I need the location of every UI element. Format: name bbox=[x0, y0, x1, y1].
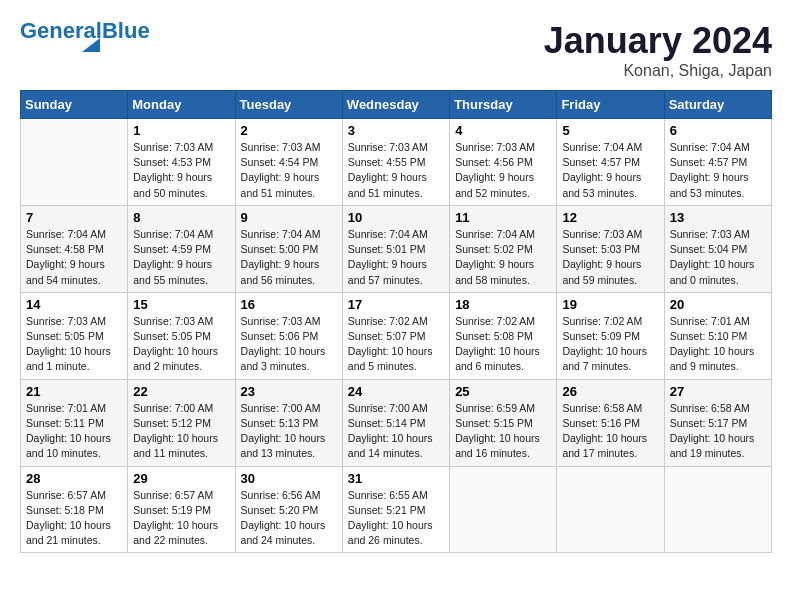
calendar-cell: 15Sunrise: 7:03 AM Sunset: 5:05 PM Dayli… bbox=[128, 292, 235, 379]
calendar-cell: 30Sunrise: 6:56 AM Sunset: 5:20 PM Dayli… bbox=[235, 466, 342, 553]
calendar-cell: 23Sunrise: 7:00 AM Sunset: 5:13 PM Dayli… bbox=[235, 379, 342, 466]
cell-content: Sunrise: 7:02 AM Sunset: 5:09 PM Dayligh… bbox=[562, 314, 658, 375]
calendar-cell: 6Sunrise: 7:04 AM Sunset: 4:57 PM Daylig… bbox=[664, 119, 771, 206]
weekday-header: Thursday bbox=[450, 91, 557, 119]
day-number: 16 bbox=[241, 297, 337, 312]
calendar-cell: 31Sunrise: 6:55 AM Sunset: 5:21 PM Dayli… bbox=[342, 466, 449, 553]
weekday-header: Tuesday bbox=[235, 91, 342, 119]
day-number: 21 bbox=[26, 384, 122, 399]
calendar-cell bbox=[21, 119, 128, 206]
day-number: 7 bbox=[26, 210, 122, 225]
calendar-cell: 4Sunrise: 7:03 AM Sunset: 4:56 PM Daylig… bbox=[450, 119, 557, 206]
cell-content: Sunrise: 7:02 AM Sunset: 5:08 PM Dayligh… bbox=[455, 314, 551, 375]
day-number: 13 bbox=[670, 210, 766, 225]
day-number: 12 bbox=[562, 210, 658, 225]
day-number: 5 bbox=[562, 123, 658, 138]
day-number: 25 bbox=[455, 384, 551, 399]
cell-content: Sunrise: 7:04 AM Sunset: 4:58 PM Dayligh… bbox=[26, 227, 122, 288]
cell-content: Sunrise: 6:55 AM Sunset: 5:21 PM Dayligh… bbox=[348, 488, 444, 549]
calendar-cell: 10Sunrise: 7:04 AM Sunset: 5:01 PM Dayli… bbox=[342, 205, 449, 292]
calendar-week-row: 21Sunrise: 7:01 AM Sunset: 5:11 PM Dayli… bbox=[21, 379, 772, 466]
calendar-cell: 7Sunrise: 7:04 AM Sunset: 4:58 PM Daylig… bbox=[21, 205, 128, 292]
cell-content: Sunrise: 6:58 AM Sunset: 5:17 PM Dayligh… bbox=[670, 401, 766, 462]
calendar-week-row: 1Sunrise: 7:03 AM Sunset: 4:53 PM Daylig… bbox=[21, 119, 772, 206]
day-number: 14 bbox=[26, 297, 122, 312]
day-number: 8 bbox=[133, 210, 229, 225]
cell-content: Sunrise: 6:57 AM Sunset: 5:19 PM Dayligh… bbox=[133, 488, 229, 549]
day-number: 27 bbox=[670, 384, 766, 399]
calendar-cell: 20Sunrise: 7:01 AM Sunset: 5:10 PM Dayli… bbox=[664, 292, 771, 379]
calendar-cell: 13Sunrise: 7:03 AM Sunset: 5:04 PM Dayli… bbox=[664, 205, 771, 292]
calendar-cell: 17Sunrise: 7:02 AM Sunset: 5:07 PM Dayli… bbox=[342, 292, 449, 379]
calendar-cell: 1Sunrise: 7:03 AM Sunset: 4:53 PM Daylig… bbox=[128, 119, 235, 206]
calendar-cell: 3Sunrise: 7:03 AM Sunset: 4:55 PM Daylig… bbox=[342, 119, 449, 206]
calendar-cell: 27Sunrise: 6:58 AM Sunset: 5:17 PM Dayli… bbox=[664, 379, 771, 466]
cell-content: Sunrise: 7:00 AM Sunset: 5:13 PM Dayligh… bbox=[241, 401, 337, 462]
calendar-table: SundayMondayTuesdayWednesdayThursdayFrid… bbox=[20, 90, 772, 553]
calendar-cell: 12Sunrise: 7:03 AM Sunset: 5:03 PM Dayli… bbox=[557, 205, 664, 292]
cell-content: Sunrise: 7:03 AM Sunset: 4:54 PM Dayligh… bbox=[241, 140, 337, 201]
day-number: 23 bbox=[241, 384, 337, 399]
cell-content: Sunrise: 6:58 AM Sunset: 5:16 PM Dayligh… bbox=[562, 401, 658, 462]
cell-content: Sunrise: 7:00 AM Sunset: 5:12 PM Dayligh… bbox=[133, 401, 229, 462]
logo: GeneralBlue bbox=[20, 20, 150, 52]
calendar-cell: 26Sunrise: 6:58 AM Sunset: 5:16 PM Dayli… bbox=[557, 379, 664, 466]
day-number: 19 bbox=[562, 297, 658, 312]
cell-content: Sunrise: 7:04 AM Sunset: 5:02 PM Dayligh… bbox=[455, 227, 551, 288]
calendar-week-row: 7Sunrise: 7:04 AM Sunset: 4:58 PM Daylig… bbox=[21, 205, 772, 292]
cell-content: Sunrise: 7:04 AM Sunset: 4:57 PM Dayligh… bbox=[670, 140, 766, 201]
day-number: 22 bbox=[133, 384, 229, 399]
cell-content: Sunrise: 7:03 AM Sunset: 5:06 PM Dayligh… bbox=[241, 314, 337, 375]
day-number: 17 bbox=[348, 297, 444, 312]
calendar-cell: 29Sunrise: 6:57 AM Sunset: 5:19 PM Dayli… bbox=[128, 466, 235, 553]
cell-content: Sunrise: 7:04 AM Sunset: 4:57 PM Dayligh… bbox=[562, 140, 658, 201]
calendar-cell: 18Sunrise: 7:02 AM Sunset: 5:08 PM Dayli… bbox=[450, 292, 557, 379]
calendar-week-row: 28Sunrise: 6:57 AM Sunset: 5:18 PM Dayli… bbox=[21, 466, 772, 553]
day-number: 18 bbox=[455, 297, 551, 312]
location: Konan, Shiga, Japan bbox=[544, 62, 772, 80]
day-number: 6 bbox=[670, 123, 766, 138]
cell-content: Sunrise: 6:59 AM Sunset: 5:15 PM Dayligh… bbox=[455, 401, 551, 462]
cell-content: Sunrise: 7:03 AM Sunset: 5:05 PM Dayligh… bbox=[26, 314, 122, 375]
cell-content: Sunrise: 7:03 AM Sunset: 4:56 PM Dayligh… bbox=[455, 140, 551, 201]
weekday-header: Monday bbox=[128, 91, 235, 119]
day-number: 10 bbox=[348, 210, 444, 225]
calendar-cell: 5Sunrise: 7:04 AM Sunset: 4:57 PM Daylig… bbox=[557, 119, 664, 206]
calendar-cell: 14Sunrise: 7:03 AM Sunset: 5:05 PM Dayli… bbox=[21, 292, 128, 379]
calendar-cell bbox=[664, 466, 771, 553]
cell-content: Sunrise: 7:01 AM Sunset: 5:10 PM Dayligh… bbox=[670, 314, 766, 375]
day-number: 31 bbox=[348, 471, 444, 486]
day-number: 3 bbox=[348, 123, 444, 138]
calendar-cell: 24Sunrise: 7:00 AM Sunset: 5:14 PM Dayli… bbox=[342, 379, 449, 466]
day-number: 26 bbox=[562, 384, 658, 399]
calendar-week-row: 14Sunrise: 7:03 AM Sunset: 5:05 PM Dayli… bbox=[21, 292, 772, 379]
cell-content: Sunrise: 7:04 AM Sunset: 4:59 PM Dayligh… bbox=[133, 227, 229, 288]
cell-content: Sunrise: 7:01 AM Sunset: 5:11 PM Dayligh… bbox=[26, 401, 122, 462]
cell-content: Sunrise: 7:03 AM Sunset: 5:04 PM Dayligh… bbox=[670, 227, 766, 288]
calendar-cell: 9Sunrise: 7:04 AM Sunset: 5:00 PM Daylig… bbox=[235, 205, 342, 292]
calendar-cell: 19Sunrise: 7:02 AM Sunset: 5:09 PM Dayli… bbox=[557, 292, 664, 379]
calendar-cell: 28Sunrise: 6:57 AM Sunset: 5:18 PM Dayli… bbox=[21, 466, 128, 553]
day-number: 1 bbox=[133, 123, 229, 138]
day-number: 4 bbox=[455, 123, 551, 138]
day-number: 28 bbox=[26, 471, 122, 486]
calendar-cell: 21Sunrise: 7:01 AM Sunset: 5:11 PM Dayli… bbox=[21, 379, 128, 466]
calendar-cell: 25Sunrise: 6:59 AM Sunset: 5:15 PM Dayli… bbox=[450, 379, 557, 466]
day-number: 15 bbox=[133, 297, 229, 312]
day-number: 9 bbox=[241, 210, 337, 225]
weekday-header: Saturday bbox=[664, 91, 771, 119]
weekday-header: Sunday bbox=[21, 91, 128, 119]
day-number: 29 bbox=[133, 471, 229, 486]
title-block: January 2024 Konan, Shiga, Japan bbox=[544, 20, 772, 80]
cell-content: Sunrise: 6:56 AM Sunset: 5:20 PM Dayligh… bbox=[241, 488, 337, 549]
cell-content: Sunrise: 6:57 AM Sunset: 5:18 PM Dayligh… bbox=[26, 488, 122, 549]
calendar-header-row: SundayMondayTuesdayWednesdayThursdayFrid… bbox=[21, 91, 772, 119]
calendar-cell: 11Sunrise: 7:04 AM Sunset: 5:02 PM Dayli… bbox=[450, 205, 557, 292]
calendar-cell bbox=[557, 466, 664, 553]
cell-content: Sunrise: 7:03 AM Sunset: 5:05 PM Dayligh… bbox=[133, 314, 229, 375]
day-number: 11 bbox=[455, 210, 551, 225]
cell-content: Sunrise: 7:03 AM Sunset: 4:55 PM Dayligh… bbox=[348, 140, 444, 201]
day-number: 20 bbox=[670, 297, 766, 312]
month-title: January 2024 bbox=[544, 20, 772, 62]
calendar-cell: 22Sunrise: 7:00 AM Sunset: 5:12 PM Dayli… bbox=[128, 379, 235, 466]
